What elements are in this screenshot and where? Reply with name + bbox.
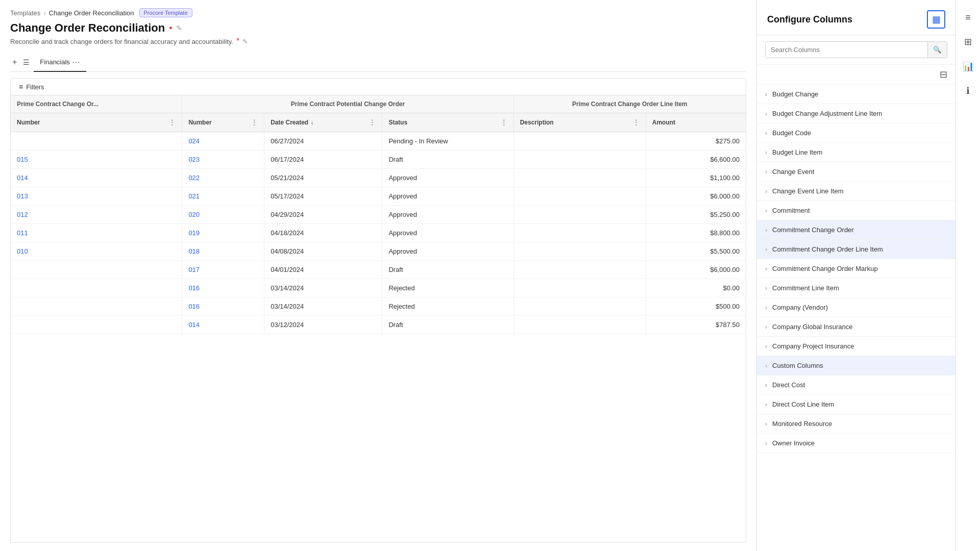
cell-pcpco-number[interactable]: 022 xyxy=(182,169,264,187)
column-list-item[interactable]: ›Commitment Change Order Markup xyxy=(757,259,955,279)
description-required-dot: * xyxy=(236,37,239,46)
column-list-item[interactable]: ›Direct Cost Line Item xyxy=(757,395,955,414)
cell-description xyxy=(513,206,646,224)
table-row: 01704/01/2024Draft$6,000.00 xyxy=(11,261,746,279)
title-edit-icon[interactable]: ✎ xyxy=(176,24,182,32)
procore-template-badge: Procore Template xyxy=(139,8,192,17)
column-list-item[interactable]: ›Company Global Insurance xyxy=(757,317,955,337)
cell-pcc-number[interactable]: 015 xyxy=(11,151,182,169)
column-item-label: Budget Change xyxy=(772,90,947,98)
cell-pcpco-number[interactable]: 019 xyxy=(182,224,264,242)
cell-pcpco-number[interactable]: 024 xyxy=(182,132,264,151)
sort-arrow-date[interactable]: ↓ xyxy=(310,119,313,126)
column-item-chevron-icon: › xyxy=(765,382,767,389)
column-item-chevron-icon: › xyxy=(765,304,767,311)
column-search-input[interactable] xyxy=(766,42,927,58)
column-search-button[interactable]: 🔍 xyxy=(927,42,947,58)
column-item-label: Owner Invoice xyxy=(772,439,947,447)
column-list-item[interactable]: ›Company Project Insurance xyxy=(757,337,955,356)
column-list-item[interactable]: ›Owner Invoice xyxy=(757,434,955,453)
cell-pcpco-number[interactable]: 018 xyxy=(182,242,264,261)
cell-pcc-number[interactable]: 014 xyxy=(11,169,182,187)
description-edit-icon[interactable]: ✎ xyxy=(242,38,248,45)
cell-description xyxy=(513,187,646,206)
panel-table-icon-button[interactable]: ▦ xyxy=(927,10,945,29)
cell-pcc-number[interactable]: 010 xyxy=(11,242,182,261)
cell-pcpco-number[interactable]: 020 xyxy=(182,206,264,224)
cell-date-created: 06/27/2024 xyxy=(264,132,382,151)
column-list-item[interactable]: ›Direct Cost xyxy=(757,375,955,395)
cell-status: Pending - In Review xyxy=(382,132,513,151)
side-chart-icon-button[interactable]: 📊 xyxy=(959,57,977,76)
column-list-item[interactable]: ›Custom Columns xyxy=(757,356,955,375)
side-icons-panel: ≡ ⊞ 📊 ℹ xyxy=(955,0,980,551)
cell-pcc-number xyxy=(11,279,182,297)
column-item-label: Company (Vendor) xyxy=(772,304,947,311)
table-row: 02406/27/2024Pending - In Review$275.00 xyxy=(11,132,746,151)
panel-filter-button[interactable]: ⊟ xyxy=(940,69,947,80)
column-list-item[interactable]: ›Commitment Change Order xyxy=(757,220,955,240)
cell-pcpco-number[interactable]: 016 xyxy=(182,279,264,297)
column-item-chevron-icon: › xyxy=(765,149,767,156)
column-list-item[interactable]: ›Budget Line Item xyxy=(757,143,955,162)
column-list-item[interactable]: ›Budget Code xyxy=(757,123,955,143)
column-item-label: Direct Cost xyxy=(772,381,947,389)
cell-pcpco-number[interactable]: 016 xyxy=(182,297,264,316)
cell-pcpco-number[interactable]: 021 xyxy=(182,187,264,206)
side-calc-icon-button[interactable]: ⊞ xyxy=(959,33,977,51)
cell-description xyxy=(513,279,646,297)
col-options-status[interactable]: ⋮ xyxy=(500,118,507,127)
cell-pcc-number[interactable]: 012 xyxy=(11,206,182,224)
cell-date-created: 06/17/2024 xyxy=(264,151,382,169)
cell-date-created: 05/17/2024 xyxy=(264,187,382,206)
column-list-item[interactable]: ›Commitment xyxy=(757,201,955,220)
tab-financials[interactable]: Financials ⋯ xyxy=(34,53,86,72)
column-list-item[interactable]: ›Commitment Line Item xyxy=(757,279,955,298)
column-item-chevron-icon: › xyxy=(765,91,767,98)
cell-amount: $6,000.00 xyxy=(646,261,746,279)
add-tab-button[interactable]: + xyxy=(10,55,19,70)
column-list-item[interactable]: ›Budget Change Adjustment Line Item xyxy=(757,104,955,123)
cell-description xyxy=(513,151,646,169)
cell-pcc-number[interactable]: 011 xyxy=(11,224,182,242)
col-header-amount: Amount xyxy=(646,113,746,132)
column-list-item[interactable]: ›Budget Change xyxy=(757,85,955,104)
col-options-date[interactable]: ⋮ xyxy=(369,118,376,127)
cell-description xyxy=(513,132,646,151)
column-group-header-row: Prime Contract Change Or... Prime Contra… xyxy=(11,95,746,113)
table-row: 01402205/21/2024Approved$1,100.00 xyxy=(11,169,746,187)
cell-status: Rejected xyxy=(382,297,513,316)
column-item-chevron-icon: › xyxy=(765,110,767,117)
filters-bar: ≡ Filters xyxy=(11,79,746,95)
cell-amount: $6,000.00 xyxy=(646,187,746,206)
breadcrumb-templates[interactable]: Templates xyxy=(10,9,40,17)
col-options-pcc-number[interactable]: ⋮ xyxy=(168,118,176,127)
column-item-label: Custom Columns xyxy=(772,362,947,369)
column-item-chevron-icon: › xyxy=(765,130,767,137)
column-list-item[interactable]: ›Company (Vendor) xyxy=(757,298,955,317)
main-table: Prime Contract Change Or... Prime Contra… xyxy=(11,95,746,334)
breadcrumb: Templates › Change Order Reconciliation … xyxy=(10,8,746,17)
column-list-item[interactable]: ›Commitment Change Order Line Item xyxy=(757,240,955,259)
cell-pcpco-number[interactable]: 014 xyxy=(182,316,264,334)
cell-amount: $5,500.00 xyxy=(646,242,746,261)
side-info-icon-button[interactable]: ℹ xyxy=(959,82,977,100)
column-item-chevron-icon: › xyxy=(765,207,767,214)
side-filter-icon-button[interactable]: ≡ xyxy=(959,8,977,27)
column-search-box: 🔍 xyxy=(765,41,947,58)
column-list-item[interactable]: ›Change Event xyxy=(757,162,955,182)
cell-status: Draft xyxy=(382,261,513,279)
cell-pcpco-number[interactable]: 023 xyxy=(182,151,264,169)
list-tab-button[interactable]: ☰ xyxy=(21,55,32,69)
table-row: 01202004/29/2024Approved$5,250.00 xyxy=(11,206,746,224)
column-list-item[interactable]: ›Change Event Line Item xyxy=(757,182,955,201)
cell-pcpco-number[interactable]: 017 xyxy=(182,261,264,279)
table-row: 01302105/17/2024Approved$6,000.00 xyxy=(11,187,746,206)
column-list-item[interactable]: ›Monitored Resource xyxy=(757,414,955,434)
col-options-description[interactable]: ⋮ xyxy=(632,118,640,127)
tab-options-icon[interactable]: ⋯ xyxy=(72,57,80,67)
cell-pcc-number[interactable]: 013 xyxy=(11,187,182,206)
col-options-pcpco-number[interactable]: ⋮ xyxy=(251,118,258,127)
breadcrumb-current: Change Order Reconciliation xyxy=(49,9,134,17)
table-row: 01403/12/2024Draft$787.50 xyxy=(11,316,746,334)
